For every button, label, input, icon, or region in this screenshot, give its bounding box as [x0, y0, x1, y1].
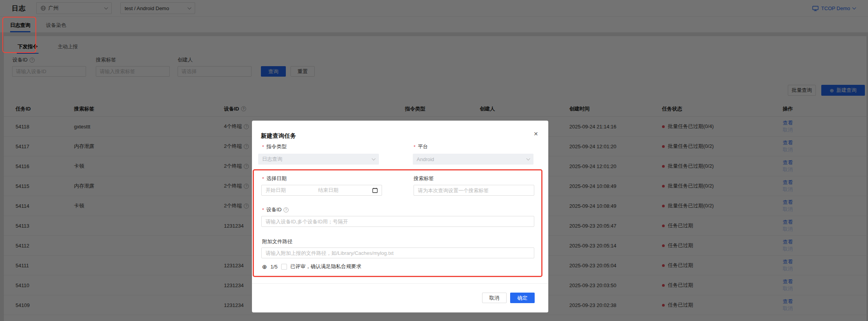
modal-tag-input[interactable]	[414, 185, 534, 196]
date-start-placeholder: 开始日期	[266, 187, 286, 194]
modal-title: 新建查询任务	[261, 132, 296, 140]
file-path-input[interactable]	[261, 247, 534, 258]
date-end-placeholder: 结束日期	[318, 187, 338, 194]
review-row: ⊕ 1/5 已评审，确认满足隐私合规要求	[262, 263, 361, 270]
chevron-down-icon	[372, 156, 376, 160]
cancel-button[interactable]: 取消	[482, 293, 507, 303]
plus-circle-icon[interactable]: ⊕	[262, 264, 267, 270]
new-query-modal: 新建查询任务 ✕ *指令类型 *平台 日志查询 Android *选择日期 搜索…	[252, 121, 548, 312]
modal-footer: 取消 确定	[482, 293, 535, 303]
ok-button[interactable]: 确定	[510, 293, 535, 303]
review-checkbox[interactable]	[281, 264, 287, 270]
platform-select: Android	[413, 154, 533, 165]
review-text: 已评审，确认满足隐私合规要求	[291, 263, 361, 270]
modal-tag-label: 搜索标签	[414, 175, 434, 182]
help-icon[interactable]: ?	[283, 207, 289, 212]
calendar-icon	[372, 188, 378, 193]
cmd-type-select: 日志查询	[258, 154, 379, 165]
modal-device-label: *设备ID?	[262, 206, 289, 213]
review-count: 1/5	[271, 264, 278, 270]
cmd-type-label: *指令类型	[262, 143, 287, 150]
platform-label: *平台	[414, 143, 428, 150]
chevron-down-icon	[526, 156, 530, 160]
close-icon[interactable]: ✕	[533, 131, 538, 137]
file-path-label: 附加文件路径	[262, 238, 292, 245]
modal-device-input[interactable]	[261, 216, 534, 227]
date-range-picker[interactable]: 开始日期 结束日期	[261, 185, 382, 196]
modal-footer-divider	[252, 283, 548, 284]
date-label: *选择日期	[262, 175, 287, 182]
